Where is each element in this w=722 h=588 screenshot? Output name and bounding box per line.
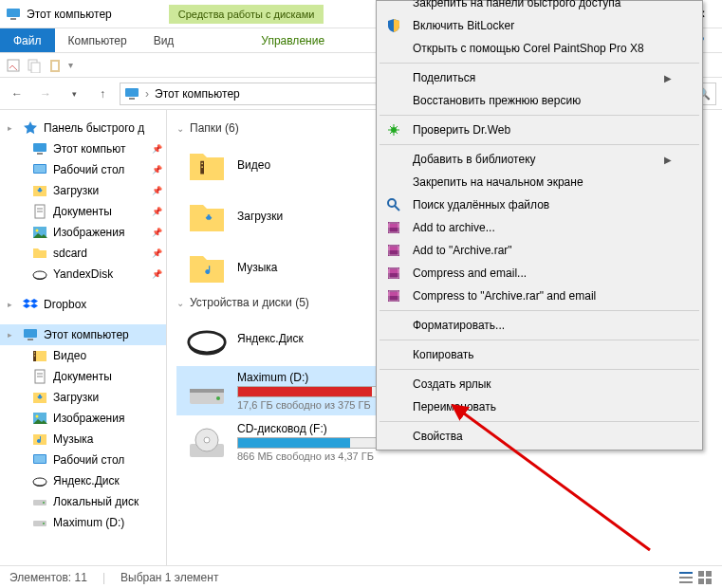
star-icon [23, 120, 38, 136]
nav-forward[interactable]: → [34, 83, 57, 105]
context-menu-item[interactable]: Compress and email... [379, 262, 700, 285]
paste-icon[interactable] [47, 58, 63, 73]
properties-icon[interactable] [6, 58, 21, 73]
drive-item[interactable]: Maximum (D:)17,6 ГБ свободно из 375 ГБ [176, 366, 395, 415]
submenu-arrow-icon: ▶ [664, 73, 672, 83]
nav-recent[interactable]: ▾ [63, 83, 85, 105]
context-menu-item[interactable]: Поделиться▶ [379, 66, 700, 89]
toolbar-dropdown[interactable]: ▾ [68, 60, 73, 70]
menu-file[interactable]: Файл [0, 28, 55, 52]
drive-icon [32, 494, 47, 509]
svg-rect-42 [698, 579, 704, 584]
menu-separator [380, 421, 699, 422]
context-menu-item[interactable]: Compress to "Archive.rar" and email [379, 285, 700, 307]
context-menu-item[interactable]: Закрепить на панели быстрого доступа [379, 0, 700, 14]
spider-icon [386, 122, 401, 138]
rar-icon [386, 220, 401, 235]
sidebar-item[interactable]: Документы📌 [0, 201, 166, 222]
sidebar-item[interactable]: Загрузки📌 [0, 180, 166, 201]
context-menu-item[interactable]: Add to archive... [379, 216, 700, 239]
menu-view[interactable]: Вид [140, 28, 188, 52]
sidebar-quick-access[interactable]: ▸ Панель быстрого д [0, 118, 166, 138]
context-menu-item[interactable]: Восстановить прежнюю версию [379, 89, 700, 112]
sidebar-item[interactable]: Видео [0, 345, 166, 366]
dropbox-icon [23, 297, 38, 312]
nav-back[interactable]: ← [6, 83, 28, 105]
drive-item[interactable]: Яндекс.Диск [176, 315, 395, 364]
nav-up[interactable]: ↑ [91, 83, 114, 105]
context-menu-item[interactable]: Включить BitLocker [379, 14, 700, 37]
statusbar: Элементов: 11 | Выбран 1 элемент [0, 565, 722, 588]
menu-separator [380, 115, 699, 116]
sidebar-item[interactable]: Изображения📌 [0, 222, 166, 243]
drive-icon [32, 515, 47, 530]
submenu-arrow-icon: ▶ [664, 155, 672, 165]
context-menu-item[interactable]: Свойства [379, 425, 700, 448]
menu-separator [380, 310, 699, 311]
sidebar-dropbox[interactable]: ▸ Dropbox [0, 294, 166, 315]
ribbon-contextual-tab[interactable]: Средства работы с дисками [169, 5, 324, 24]
folder-item[interactable]: Видео [176, 140, 395, 190]
menu-separator [380, 144, 699, 145]
music-icon [32, 432, 47, 447]
pc-icon [32, 141, 47, 156]
pic-icon [32, 411, 47, 426]
context-menu-item[interactable]: Проверить Dr.Web [379, 119, 700, 141]
folder-item[interactable]: Музыка [176, 243, 395, 292]
context-menu-item[interactable]: Создать ярлык [379, 373, 700, 395]
rar-icon [386, 243, 401, 258]
desktop-icon [32, 162, 47, 177]
context-menu-item[interactable]: Add to "Archive.rar" [379, 239, 700, 262]
folder-icon [32, 246, 47, 261]
svg-rect-31 [8, 60, 19, 71]
copy-icon[interactable] [27, 58, 42, 73]
sidebar-item[interactable]: Документы [0, 366, 166, 387]
yadisk-icon [32, 266, 47, 282]
sidebar-item[interactable]: Изображения [0, 408, 166, 429]
sidebar-item[interactable]: Музыка [0, 429, 166, 450]
menu-manage[interactable]: Управление [232, 28, 353, 52]
drive-usage-bar [237, 437, 380, 449]
pc-icon [23, 327, 38, 342]
sidebar-item[interactable]: Загрузки [0, 387, 166, 408]
view-details-icon[interactable] [678, 570, 694, 585]
rar-icon [386, 266, 401, 281]
context-menu-item[interactable]: Переименовать [379, 395, 700, 418]
yadisk-icon [186, 319, 228, 360]
menu-separator [380, 340, 699, 340]
menu-separator [380, 63, 699, 64]
rar-icon [386, 288, 401, 303]
sidebar-item[interactable]: Этот компьют📌 [0, 138, 166, 159]
menu-computer[interactable]: Компьютер [55, 28, 140, 52]
window-title: Этот компьютер [27, 8, 112, 21]
svg-rect-37 [679, 572, 693, 574]
sidebar-item[interactable]: Яндекс.Диск [0, 470, 166, 491]
folder-item[interactable]: Загрузки [176, 192, 395, 241]
down-icon [186, 195, 228, 237]
video-icon [32, 348, 47, 363]
sidebar-item[interactable]: Maximum (D:) [0, 512, 166, 533]
pc-icon [6, 7, 21, 22]
sidebar-item[interactable]: Рабочий стол📌 [0, 159, 166, 180]
svg-rect-38 [679, 577, 693, 579]
context-menu-item[interactable]: Закрепить на начальном экране [379, 171, 700, 193]
down-icon [32, 390, 47, 405]
sidebar-item[interactable]: Локальный диск [0, 491, 166, 512]
view-large-icon[interactable] [697, 570, 713, 585]
hdd-icon [186, 370, 228, 412]
sidebar-item[interactable]: YandexDisk📌 [0, 264, 166, 285]
shield-icon [386, 18, 401, 33]
drive-item[interactable]: CD-дисковод (F:)866 МБ свободно из 4,37 … [176, 417, 395, 467]
cd-icon [186, 421, 228, 463]
context-menu-item[interactable]: Добавить в библиотеку▶ [379, 148, 700, 171]
sidebar-this-pc[interactable]: ▸ Этот компьютер [0, 324, 166, 345]
desktop-icon [32, 452, 47, 468]
sidebar: ▸ Панель быстрого д Этот компьют📌Рабочий… [0, 110, 167, 586]
sidebar-item[interactable]: sdcard📌 [0, 243, 166, 264]
svg-rect-39 [679, 581, 693, 583]
context-menu-item[interactable]: Поиск удалённых файлов [379, 193, 700, 216]
context-menu-item[interactable]: Форматировать... [379, 314, 700, 337]
sidebar-item[interactable]: Рабочий стол [0, 450, 166, 470]
context-menu-item[interactable]: Открыть с помощью Corel PaintShop Pro X8 [379, 37, 700, 60]
context-menu-item[interactable]: Копировать [379, 343, 700, 366]
